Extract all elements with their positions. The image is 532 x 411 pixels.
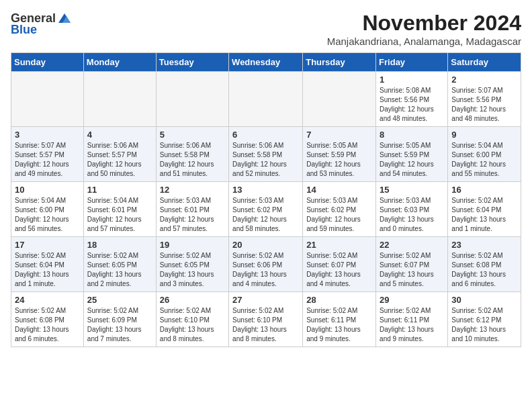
day-number: 23 <box>451 240 517 250</box>
day-cell: 3Sunrise: 5:07 AM Sunset: 5:57 PM Daylig… <box>11 127 84 182</box>
day-number: 28 <box>306 295 372 305</box>
day-info: Sunrise: 5:02 AM Sunset: 6:10 PM Dayligh… <box>160 306 225 344</box>
day-number: 29 <box>380 295 444 305</box>
day-cell: 24Sunrise: 5:02 AM Sunset: 6:08 PM Dayli… <box>11 292 84 347</box>
day-number: 13 <box>232 185 299 195</box>
day-number: 8 <box>380 130 444 140</box>
day-info: Sunrise: 5:02 AM Sunset: 6:05 PM Dayligh… <box>160 251 225 289</box>
day-cell <box>303 72 376 127</box>
day-info: Sunrise: 5:03 AM Sunset: 6:02 PM Dayligh… <box>232 196 299 234</box>
day-info: Sunrise: 5:02 AM Sunset: 6:06 PM Dayligh… <box>232 251 299 289</box>
day-number: 10 <box>15 185 80 195</box>
day-number: 4 <box>87 130 152 140</box>
weekday-header-monday: Monday <box>83 53 156 72</box>
day-cell: 19Sunrise: 5:02 AM Sunset: 6:05 PM Dayli… <box>156 237 228 292</box>
day-number: 30 <box>451 295 517 305</box>
day-number: 19 <box>160 240 225 250</box>
day-number: 15 <box>380 185 444 195</box>
day-cell: 15Sunrise: 5:03 AM Sunset: 6:03 PM Dayli… <box>376 182 448 237</box>
day-cell: 12Sunrise: 5:03 AM Sunset: 6:01 PM Dayli… <box>156 182 228 237</box>
day-info: Sunrise: 5:07 AM Sunset: 5:57 PM Dayligh… <box>15 141 80 179</box>
day-number: 3 <box>15 130 80 140</box>
day-info: Sunrise: 5:02 AM Sunset: 6:07 PM Dayligh… <box>306 251 372 289</box>
week-row-2: 3Sunrise: 5:07 AM Sunset: 5:57 PM Daylig… <box>11 127 521 182</box>
day-info: Sunrise: 5:02 AM Sunset: 6:11 PM Dayligh… <box>380 306 444 344</box>
week-row-4: 17Sunrise: 5:02 AM Sunset: 6:04 PM Dayli… <box>11 237 521 292</box>
day-number: 14 <box>306 185 372 195</box>
day-cell <box>229 72 303 127</box>
day-cell: 14Sunrise: 5:03 AM Sunset: 6:02 PM Dayli… <box>303 182 376 237</box>
day-info: Sunrise: 5:02 AM Sunset: 6:10 PM Dayligh… <box>232 306 299 344</box>
day-number: 5 <box>160 130 225 140</box>
day-cell: 20Sunrise: 5:02 AM Sunset: 6:06 PM Dayli… <box>229 237 303 292</box>
day-info: Sunrise: 5:02 AM Sunset: 6:12 PM Dayligh… <box>451 306 517 344</box>
day-cell: 27Sunrise: 5:02 AM Sunset: 6:10 PM Dayli… <box>229 292 303 347</box>
day-info: Sunrise: 5:04 AM Sunset: 6:00 PM Dayligh… <box>15 196 80 234</box>
header: General Blue November 2024 Manjakandrian… <box>11 11 521 47</box>
day-cell: 29Sunrise: 5:02 AM Sunset: 6:11 PM Dayli… <box>376 292 448 347</box>
day-info: Sunrise: 5:07 AM Sunset: 5:56 PM Dayligh… <box>451 86 517 124</box>
day-info: Sunrise: 5:02 AM Sunset: 6:08 PM Dayligh… <box>15 306 80 344</box>
month-title: November 2024 <box>327 11 521 36</box>
day-cell: 23Sunrise: 5:02 AM Sunset: 6:08 PM Dayli… <box>448 237 521 292</box>
day-info: Sunrise: 5:04 AM Sunset: 6:01 PM Dayligh… <box>87 196 152 234</box>
weekday-header-wednesday: Wednesday <box>229 53 303 72</box>
weekday-header-row: SundayMondayTuesdayWednesdayThursdayFrid… <box>11 53 521 72</box>
day-number: 6 <box>232 130 299 140</box>
title-area: November 2024 Manjakandriana, Analamanga… <box>327 11 521 47</box>
day-info: Sunrise: 5:02 AM Sunset: 6:04 PM Dayligh… <box>15 251 80 289</box>
day-cell: 30Sunrise: 5:02 AM Sunset: 6:12 PM Dayli… <box>448 292 521 347</box>
day-cell: 1Sunrise: 5:08 AM Sunset: 5:56 PM Daylig… <box>376 72 448 127</box>
day-cell: 17Sunrise: 5:02 AM Sunset: 6:04 PM Dayli… <box>11 237 84 292</box>
day-info: Sunrise: 5:02 AM Sunset: 6:11 PM Dayligh… <box>306 306 372 344</box>
day-number: 22 <box>380 240 444 250</box>
day-number: 18 <box>87 240 152 250</box>
subtitle: Manjakandriana, Analamanga, Madagascar <box>327 36 521 47</box>
day-number: 2 <box>451 75 517 85</box>
day-number: 25 <box>87 295 152 305</box>
weekday-header-saturday: Saturday <box>448 53 521 72</box>
day-number: 9 <box>451 130 517 140</box>
day-cell: 13Sunrise: 5:03 AM Sunset: 6:02 PM Dayli… <box>229 182 303 237</box>
day-info: Sunrise: 5:06 AM Sunset: 5:57 PM Dayligh… <box>87 141 152 179</box>
day-info: Sunrise: 5:03 AM Sunset: 6:03 PM Dayligh… <box>380 196 444 234</box>
day-cell: 6Sunrise: 5:06 AM Sunset: 5:58 PM Daylig… <box>229 127 303 182</box>
day-cell: 2Sunrise: 5:07 AM Sunset: 5:56 PM Daylig… <box>448 72 521 127</box>
day-cell <box>156 72 228 127</box>
day-number: 26 <box>160 295 225 305</box>
day-info: Sunrise: 5:05 AM Sunset: 5:59 PM Dayligh… <box>380 141 444 179</box>
day-cell: 9Sunrise: 5:04 AM Sunset: 6:00 PM Daylig… <box>448 127 521 182</box>
week-row-3: 10Sunrise: 5:04 AM Sunset: 6:00 PM Dayli… <box>11 182 521 237</box>
day-cell: 26Sunrise: 5:02 AM Sunset: 6:10 PM Dayli… <box>156 292 228 347</box>
week-row-1: 1Sunrise: 5:08 AM Sunset: 5:56 PM Daylig… <box>11 72 521 127</box>
day-info: Sunrise: 5:06 AM Sunset: 5:58 PM Dayligh… <box>232 141 299 179</box>
day-cell: 16Sunrise: 5:02 AM Sunset: 6:04 PM Dayli… <box>448 182 521 237</box>
day-number: 11 <box>87 185 152 195</box>
day-number: 24 <box>15 295 80 305</box>
day-number: 16 <box>451 185 517 195</box>
logo: General Blue <box>11 11 72 37</box>
day-info: Sunrise: 5:02 AM Sunset: 6:08 PM Dayligh… <box>451 251 517 289</box>
day-cell: 7Sunrise: 5:05 AM Sunset: 5:59 PM Daylig… <box>303 127 376 182</box>
day-info: Sunrise: 5:02 AM Sunset: 6:07 PM Dayligh… <box>380 251 444 289</box>
logo-icon <box>57 11 72 26</box>
day-info: Sunrise: 5:02 AM Sunset: 6:04 PM Dayligh… <box>451 196 517 234</box>
day-info: Sunrise: 5:08 AM Sunset: 5:56 PM Dayligh… <box>380 86 444 124</box>
weekday-header-tuesday: Tuesday <box>156 53 228 72</box>
day-cell: 25Sunrise: 5:02 AM Sunset: 6:09 PM Dayli… <box>83 292 156 347</box>
weekday-header-thursday: Thursday <box>303 53 376 72</box>
day-number: 21 <box>306 240 372 250</box>
day-number: 20 <box>232 240 299 250</box>
day-number: 17 <box>15 240 80 250</box>
day-info: Sunrise: 5:02 AM Sunset: 6:05 PM Dayligh… <box>87 251 152 289</box>
calendar: SundayMondayTuesdayWednesdayThursdayFrid… <box>11 52 521 347</box>
day-cell: 28Sunrise: 5:02 AM Sunset: 6:11 PM Dayli… <box>303 292 376 347</box>
day-cell: 18Sunrise: 5:02 AM Sunset: 6:05 PM Dayli… <box>83 237 156 292</box>
week-row-5: 24Sunrise: 5:02 AM Sunset: 6:08 PM Dayli… <box>11 292 521 347</box>
day-cell: 11Sunrise: 5:04 AM Sunset: 6:01 PM Dayli… <box>83 182 156 237</box>
day-cell: 22Sunrise: 5:02 AM Sunset: 6:07 PM Dayli… <box>376 237 448 292</box>
day-number: 1 <box>380 75 444 85</box>
day-number: 7 <box>306 130 372 140</box>
weekday-header-sunday: Sunday <box>11 53 84 72</box>
day-info: Sunrise: 5:06 AM Sunset: 5:58 PM Dayligh… <box>160 141 225 179</box>
